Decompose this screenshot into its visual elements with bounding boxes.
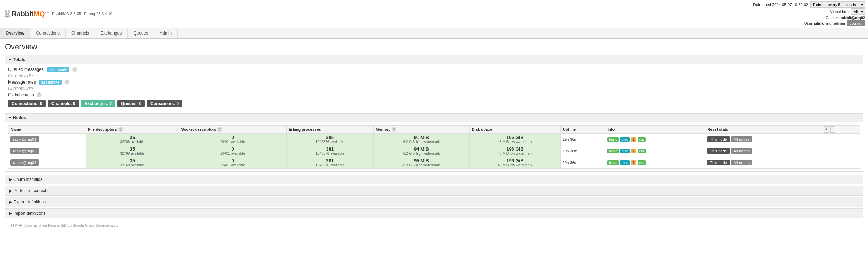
col-uptime: Uptime — [560, 126, 605, 134]
this-node-button[interactable]: This node — [707, 160, 730, 165]
memory-cell: 91 MiB6.2 GiB high watermark — [374, 134, 470, 145]
queued-messages-help[interactable]: ? — [72, 67, 77, 72]
file-desc-sub: 32768 available — [88, 140, 177, 144]
nav-item-exchanges[interactable]: Exchanges — [95, 28, 128, 38]
connections-count: Connections: 0 — [8, 100, 46, 107]
badge-1: 1 — [631, 149, 636, 153]
erlang-value: 385 — [288, 135, 371, 140]
badge-rss: rss — [638, 160, 646, 165]
logout-button[interactable]: Log out — [847, 20, 865, 26]
socket-desc-help[interactable]: ? — [217, 127, 222, 132]
table-row: rabbit@mq033532768 available029401 avail… — [8, 157, 860, 169]
totals-header[interactable]: ▼ Totals — [5, 55, 863, 64]
totals-arrow: ▼ — [8, 58, 12, 62]
memory-value: 95 MiB — [375, 158, 468, 163]
nav-item-queues[interactable]: Queues — [128, 28, 154, 38]
socket-desc-cell: 029401 available — [179, 157, 287, 169]
memory-value: 94 MiB — [375, 146, 468, 152]
uptime-value: 19h 36m — [562, 137, 578, 141]
badge-1: 1 — [631, 137, 636, 142]
channels-count: Channels: 0 — [48, 100, 79, 107]
memory-sub: 6.2 GiB high watermark — [375, 140, 468, 144]
node-name-badge: rabbit@mq02 — [10, 148, 39, 154]
churn-arrow: ▶ — [9, 177, 12, 182]
this-node-button[interactable]: This node — [707, 136, 730, 142]
badge-disc: disc — [620, 160, 630, 165]
disk-value: 196 GiB — [472, 158, 559, 163]
virtual-host-select[interactable]: All / — [851, 8, 865, 15]
file-desc-help[interactable]: ? — [118, 127, 123, 132]
import-header[interactable]: ▶ Import definitions — [5, 209, 863, 218]
plusminus-cell — [821, 145, 860, 157]
disk-sub: 48 MiB low watermark — [472, 152, 559, 156]
message-rates-badge[interactable]: last minute — [39, 80, 62, 85]
global-counts-row: Global counts ? — [8, 92, 860, 97]
reset-cell: This node All nodes — [705, 157, 821, 169]
logo-area: 🐰RabbitMQTM RabbitMQ 3.8.35 Erlang 23.3.… — [3, 10, 112, 18]
footer-text: HTTP API Command line Plugins GitHub Goo… — [8, 224, 119, 227]
uptime-cell: 19h 36m — [560, 134, 605, 145]
churn-header[interactable]: ▶ Churn statistics — [5, 175, 863, 184]
rabbitmq-version: RabbitMQ 3.8.35 — [52, 12, 81, 16]
minus-button[interactable]: - — [830, 126, 835, 133]
socket-desc-cell: 029401 available — [179, 145, 287, 157]
nav-item-channels[interactable]: Channels — [66, 28, 95, 38]
global-counts-help[interactable]: ? — [37, 92, 42, 97]
memory-value: 91 MiB — [375, 135, 468, 140]
ports-header[interactable]: ▶ Ports and contexts — [5, 186, 863, 195]
badge-basic: basic — [607, 137, 619, 142]
col-info: Info — [605, 126, 705, 134]
nav-item-admin[interactable]: Admin — [154, 28, 178, 38]
memory-help[interactable]: ? — [392, 127, 396, 132]
global-counts-label: Global counts — [8, 92, 34, 97]
ports-label: Ports and contexts — [13, 188, 48, 193]
erlang-value: 381 — [288, 146, 371, 152]
col-reset: Reset stats — [705, 126, 821, 134]
all-nodes-button[interactable]: All nodes — [731, 148, 752, 154]
header-top: 🐰RabbitMQTM RabbitMQ 3.8.35 Erlang 23.3.… — [0, 0, 868, 28]
queues-count: Queues: 0 — [117, 100, 145, 107]
consumers-count: Consumers: 0 — [147, 100, 182, 107]
nodes-label: Nodes — [13, 115, 26, 120]
disk-sub: 48 MiB low watermark — [472, 140, 559, 144]
erlang-cell: 3811048576 available — [287, 157, 374, 169]
queued-messages-badge[interactable]: last minute — [47, 67, 69, 72]
nodes-header[interactable]: ▼ Nodes — [5, 114, 863, 122]
socket-desc-sub: 29401 available — [181, 163, 284, 167]
socket-desc-sub: 29401 available — [181, 140, 284, 144]
churn-label: Churn statistics — [13, 177, 42, 182]
uptime-value: 19h 36m — [562, 160, 578, 165]
col-file-desc: File descriptors ? — [86, 126, 179, 134]
memory-sub: 6.2 GiB high watermark — [375, 163, 468, 167]
message-rates-help[interactable]: ? — [64, 80, 69, 85]
logo-tm: TM — [45, 11, 49, 14]
churn-section: ▶ Churn statistics — [5, 175, 863, 184]
disk-cell: 195 GiB48 MiB low watermark — [469, 134, 560, 145]
vhost-row: Virtual host All / — [830, 8, 865, 15]
plus-button[interactable]: + — [824, 126, 829, 133]
nav-item-connections[interactable]: Connections — [30, 28, 66, 38]
col-name: Name — [8, 126, 86, 134]
nav-item-overview[interactable]: Overview — [0, 28, 30, 38]
col-memory: Memory ? — [374, 126, 470, 134]
node-name-badge: rabbit@mq03 — [10, 159, 39, 166]
export-header[interactable]: ▶ Export definitions — [5, 197, 863, 207]
reset-cell: This node All nodes — [705, 134, 821, 145]
col-erlang: Erlang processes — [287, 126, 374, 134]
all-nodes-button[interactable]: All nodes — [731, 136, 752, 142]
plusminus-cell — [821, 134, 860, 145]
all-nodes-button[interactable]: All nodes — [731, 160, 752, 165]
file-desc-cell: 3532768 available — [86, 157, 179, 169]
totals-label: Totals — [13, 57, 25, 62]
erlang-cell: 3811048576 available — [287, 145, 374, 157]
node-name-cell: rabbit@mq02 — [8, 145, 86, 157]
ports-section: ▶ Ports and contexts — [5, 186, 863, 196]
file-desc-sub: 32768 available — [88, 163, 177, 167]
node-name-cell: rabbit@mq01 — [8, 134, 86, 145]
header-right: Refreshed 2024-05-07 10:52:02 Refresh ev… — [753, 1, 865, 26]
virtual-host-label: Virtual host — [830, 10, 849, 14]
file-desc-sub: 32768 available — [88, 152, 177, 156]
erlang-sub: 1048576 available — [288, 163, 371, 167]
refresh-select[interactable]: Refresh every 5 seconds Refresh every 10… — [810, 1, 865, 8]
this-node-button[interactable]: This node — [707, 148, 730, 154]
